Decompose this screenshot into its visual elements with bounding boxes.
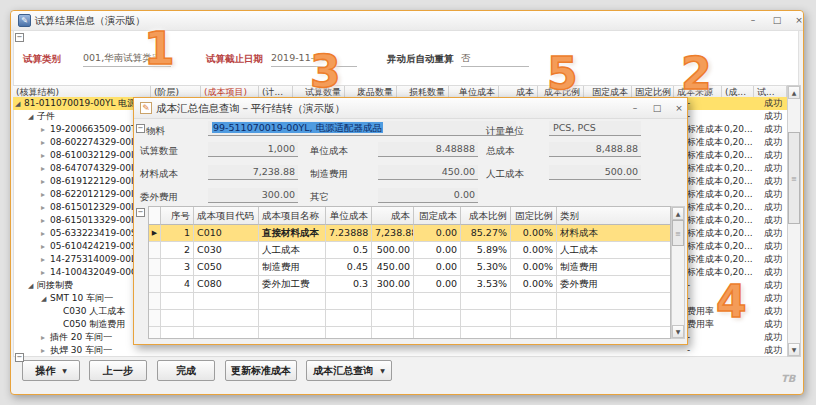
scroll-thumb[interactable]: ≡ — [788, 132, 800, 224]
trial-qty-value[interactable]: 1,000 — [208, 142, 298, 157]
tree-item[interactable]: ▸14-100432049-00CJ 贴 — [13, 266, 134, 279]
tree-item[interactable]: ▸插件 20 车间一 — [13, 331, 134, 344]
tree-item[interactable]: ▸08-619122129-00IG 贴 — [13, 175, 134, 188]
table-row[interactable]: 3C050制造费用0.45450.000.005.30%0.00%制造费用 — [149, 259, 670, 276]
unit-cost-value[interactable]: 8.48888 — [378, 142, 478, 157]
update-standard-cost-button[interactable]: 更新标准成本 — [225, 360, 297, 381]
tree-collapsed-icon[interactable]: ▸ — [41, 149, 50, 162]
material-cost-value[interactable]: 7,238.88 — [208, 165, 298, 180]
dialog-minimize-button[interactable]: – — [627, 102, 643, 115]
tree-item[interactable]: ▸08-610032129-00IG 贴 — [13, 149, 134, 162]
table-row[interactable]: 2C030人工成本0.5500.000.005.89%0.00%人工成本 — [149, 242, 670, 259]
auto-recalc-value[interactable]: 否 — [461, 51, 529, 67]
result-row[interactable]: 标准成本0,20...成功 — [685, 240, 787, 253]
tree-expanded-icon[interactable]: ◢ — [28, 280, 37, 292]
result-row[interactable]: 标准成本0,20...成功 — [685, 214, 787, 227]
tree-item[interactable]: ▸08-647074329-00IG 贴 — [13, 162, 134, 175]
result-row[interactable]: 标准成本0,20...成功 — [685, 253, 787, 266]
tree-collapsed-icon[interactable]: ▸ — [41, 201, 50, 214]
dialog-collapse-table[interactable]: − — [136, 208, 145, 217]
dialog-maximize-button[interactable]: □ — [649, 102, 665, 115]
tree-collapsed-icon[interactable]: ▸ — [41, 136, 50, 149]
total-cost-value[interactable]: 8,488.88 — [549, 142, 641, 157]
result-row[interactable]: -成功 — [685, 344, 787, 357]
tree-expanded-icon[interactable]: ◢ — [28, 111, 37, 123]
tree-collapsed-icon[interactable]: ▸ — [41, 253, 50, 266]
material-value[interactable]: 99-511070019-00YL, 电源适配器成品 — [208, 121, 516, 136]
scroll-down-icon[interactable]: ▼ — [788, 343, 800, 356]
table-col-header-5[interactable]: 固定成本 — [414, 207, 461, 225]
tree-collapsed-icon[interactable]: ▸ — [41, 344, 50, 357]
table-col-header-0[interactable]: 序号 — [161, 207, 194, 225]
dialog-collapse-material[interactable]: − — [136, 124, 145, 133]
cost-summary-query-button[interactable]: 成本汇总查询▼ — [306, 360, 392, 381]
mfg-overhead-value[interactable]: 450.00 — [378, 165, 478, 180]
result-row[interactable]: -成功 — [685, 110, 787, 123]
tree-item[interactable]: ◢81-011070019-00YL 电源适配器成品 — [13, 97, 134, 110]
result-row[interactable]: 标准成本0,20...成功 — [685, 149, 787, 162]
result-row[interactable]: 标准成本0,20...成功 — [685, 136, 787, 149]
labor-cost-value[interactable]: 500.00 — [549, 165, 641, 180]
main-titlebar[interactable]: ✎ 试算结果信息（演示版） – □ × — [11, 11, 803, 31]
outsource-cost-value[interactable]: 300.00 — [208, 188, 298, 203]
other-cost-value[interactable]: 0.00 — [378, 188, 478, 203]
tree-collapsed-icon[interactable]: ▸ — [41, 266, 50, 279]
tree-item[interactable]: ▸19-200663509-00TZ 电 — [13, 123, 134, 136]
table-col-header-1[interactable]: 成本项目代码 — [194, 207, 259, 225]
close-button[interactable]: × — [791, 14, 807, 27]
tree-item[interactable]: ▸08-615013329-00IG 贴 — [13, 214, 134, 227]
table-col-header-6[interactable]: 成本比例 — [461, 207, 511, 225]
dialog-scroll-down-icon[interactable]: ▼ — [672, 325, 684, 338]
tree-item[interactable]: C050 制造费用 — [13, 318, 134, 331]
previous-step-button[interactable]: 上一步 — [89, 360, 147, 381]
tree-collapsed-icon[interactable]: ▸ — [41, 240, 50, 253]
tree-expanded-icon[interactable]: ◢ — [15, 98, 24, 110]
table-col-header-3[interactable]: 单位成本 — [326, 207, 372, 225]
result-row[interactable]: 标准成本0,20...成功 — [685, 175, 787, 188]
table-row[interactable]: ▶1C010直接材料成本7.238887,238.880.0085.27%0.0… — [149, 225, 670, 242]
table-col-header-2[interactable]: 成本项目名称 — [259, 207, 326, 225]
dialog-scroll-thumb[interactable]: ≡ — [672, 220, 684, 246]
tree-collapsed-icon[interactable]: ▸ — [41, 162, 50, 175]
finish-button[interactable]: 完成 — [157, 360, 215, 381]
tree-collapsed-icon[interactable]: ▸ — [41, 331, 50, 344]
tree-item[interactable]: ▸05-633223419-00SI 贴 — [13, 227, 134, 240]
collapse-toggle-bottom[interactable]: − — [15, 353, 24, 362]
dialog-close-button[interactable]: × — [671, 102, 687, 115]
result-row[interactable]: -成功 — [685, 331, 787, 344]
dialog-scroll-up-icon[interactable]: ▲ — [672, 207, 684, 220]
action-button[interactable]: 操作▼ — [22, 360, 80, 381]
grid-vertical-scrollbar[interactable]: ▲ ≡ ▼ — [787, 85, 801, 357]
table-col-header-4[interactable]: 成本 — [372, 207, 414, 225]
tree-collapsed-icon[interactable]: ▸ — [41, 175, 50, 188]
scroll-up-icon[interactable]: ▲ — [788, 86, 800, 99]
tree-item[interactable]: ▸08-622012129-00IG 贴 — [13, 188, 134, 201]
tree-item[interactable]: ▸08-602274329-00IG 贴 — [13, 136, 134, 149]
tree-item[interactable]: ▸05-610424219-00SI 贴 — [13, 240, 134, 253]
maximize-button[interactable]: □ — [769, 14, 785, 27]
minimize-button[interactable]: – — [745, 14, 761, 27]
tree-item[interactable]: ◢SMT 10 车间一 — [13, 292, 134, 305]
table-col-header-8[interactable]: 类别 — [557, 207, 671, 225]
tree-item[interactable]: ◢子件 — [13, 110, 134, 123]
result-row[interactable]: 标准成本0,20...成功 — [685, 123, 787, 136]
result-row[interactable]: 标准成本0,20...成功 — [685, 201, 787, 214]
table-row[interactable]: 4C080委外加工费0.3300.000.003.53%0.00%委外费用 — [149, 276, 670, 293]
uom-value[interactable]: PCS, PCS — [549, 121, 641, 136]
result-row[interactable]: 标准成本0,20...成功 — [685, 188, 787, 201]
tree-item[interactable]: ▸08-615012329-00IG 贴 — [13, 201, 134, 214]
tree-collapsed-icon[interactable]: ▸ — [41, 227, 50, 240]
dialog-table-scrollbar[interactable]: ▲ ≡ ▼ — [671, 206, 685, 339]
collapse-toggle-top[interactable]: − — [15, 33, 24, 42]
tree-expanded-icon[interactable]: ◢ — [41, 293, 50, 305]
tree-item[interactable]: ◢间接制费 — [13, 279, 134, 292]
tree-item[interactable]: C030 人工成本 — [13, 305, 134, 318]
tree-item[interactable]: ▸执焊 30 车间一 — [13, 344, 134, 357]
tree-collapsed-icon[interactable]: ▸ — [41, 214, 50, 227]
dialog-titlebar[interactable]: ✎ 成本汇总信息查询－平行结转（演示版） – □ × — [134, 98, 687, 119]
table-col-header-7[interactable]: 固定比例 — [511, 207, 557, 225]
tree-collapsed-icon[interactable]: ▸ — [41, 123, 50, 136]
result-row[interactable]: 标准成本0,20...成功 — [685, 227, 787, 240]
tree-item[interactable]: ▸14-275314009-00LD 贴 — [13, 253, 134, 266]
tree-collapsed-icon[interactable]: ▸ — [41, 188, 50, 201]
